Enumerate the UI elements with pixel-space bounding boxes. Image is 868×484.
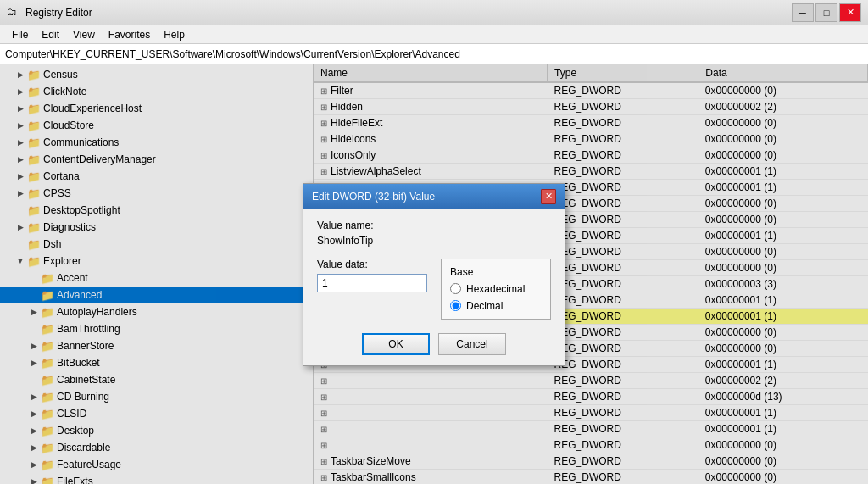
menu-help[interactable]: Help [157,27,192,42]
address-bar: Computer\HKEY_CURRENT_USER\Software\Micr… [0,44,868,64]
menu-bar: File Edit View Favorites Help [0,25,868,44]
menu-file[interactable]: File [5,27,35,42]
dialog-close-button[interactable]: ✕ [541,189,556,204]
decimal-label: Decimal [466,300,503,312]
value-data-input[interactable] [317,274,427,292]
hexadecimal-label: Hexadecimal [466,283,525,295]
main-content: 📁Census📁ClickNote📁CloudExperienceHost📁Cl… [0,64,868,484]
value-data-label: Value data: [317,259,427,270]
dialog-title-bar: Edit DWORD (32-bit) Value ✕ [303,184,565,209]
ok-button[interactable]: OK [362,333,430,355]
decimal-radio[interactable] [450,300,461,311]
menu-edit[interactable]: Edit [35,27,66,42]
dialog-overlay: Edit DWORD (32-bit) Value ✕ Value name: … [0,64,868,484]
hexadecimal-option[interactable]: Hexadecimal [450,283,542,295]
minimize-button[interactable]: ─ [792,3,814,22]
dialog-body: Value name: ShowInfoTip Value data: Base [303,209,565,365]
window-controls: ─ □ ✕ [792,3,861,22]
base-col: Base Hexadecimal Decimal [441,259,551,320]
value-name-label: Value name: [317,220,551,231]
dialog-inputs-row: Value data: Base Hexadecimal [317,259,551,320]
dialog-buttons: OK Cancel [317,333,551,355]
window-title: Registry Editor [25,7,792,19]
dialog-title: Edit DWORD (32-bit) Value [312,191,435,203]
close-button[interactable]: ✕ [839,3,861,22]
app-icon: 🗂 [7,6,20,19]
title-bar: 🗂 Registry Editor ─ □ ✕ [0,0,868,25]
menu-favorites[interactable]: Favorites [102,27,157,42]
hexadecimal-radio[interactable] [450,283,461,294]
value-name-display: ShowInfoTip [317,235,551,247]
decimal-option[interactable]: Decimal [450,300,542,312]
edit-dword-dialog: Edit DWORD (32-bit) Value ✕ Value name: … [303,183,565,366]
menu-view[interactable]: View [66,27,102,42]
base-label: Base [450,266,542,278]
base-box: Base Hexadecimal Decimal [441,259,551,320]
base-radio-group: Hexadecimal Decimal [450,283,542,312]
address-path: Computer\HKEY_CURRENT_USER\Software\Micr… [5,48,460,60]
maximize-button[interactable]: □ [815,3,837,22]
cancel-button[interactable]: Cancel [438,333,506,355]
value-data-col: Value data: [317,259,427,320]
